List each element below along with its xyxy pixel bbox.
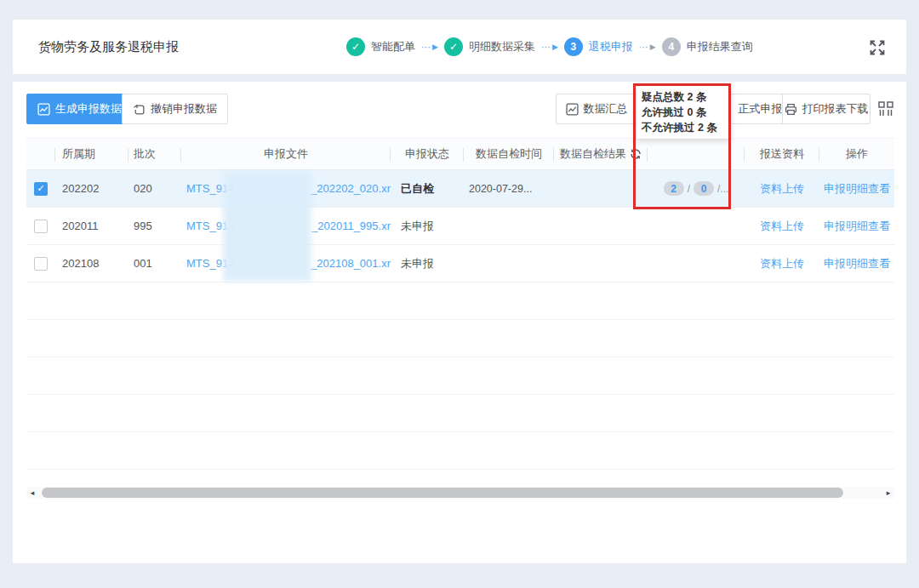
step-result-query: 4 申报结果查询 [662, 37, 753, 56]
upload-materials-link[interactable]: 资料上传 [760, 219, 804, 234]
view-detail-link[interactable]: 申报明细查看 [824, 219, 890, 234]
row-checkbox[interactable]: ✓ [34, 182, 48, 196]
horizontal-scrollbar[interactable]: ◂ ▸ [26, 487, 894, 499]
page-title: 货物劳务及服务退税申报 [38, 20, 179, 74]
cell-check-time [464, 245, 554, 282]
cell-doubt-count [648, 245, 745, 282]
step-connector-icon: ⋯▶ [541, 42, 558, 53]
main-card: 生成申报数据 撤销申报数据 数据汇总 正式申报 打印报表下载 [12, 81, 907, 564]
table-row[interactable]: 202108 001 MTS_914 _202108_001.xr 未申报 资料… [26, 245, 894, 283]
generate-declaration-button[interactable]: 生成申报数据 [26, 94, 133, 124]
header-checkbox-cell [26, 139, 55, 169]
table-row[interactable]: ✓ 202202 020 MTS_914 _202202_020.xr 已自检 … [26, 170, 894, 208]
scroll-right-icon[interactable]: ▸ [882, 487, 894, 499]
header-status: 申报状态 [391, 139, 464, 169]
print-report-button[interactable]: 打印报表下载 [782, 94, 870, 124]
cell-period: 202108 [55, 245, 128, 282]
column-settings-icon[interactable] [877, 100, 894, 117]
cell-period: 202011 [55, 208, 128, 244]
status-badge: 未申报 [401, 219, 434, 234]
cell-check-result [554, 245, 648, 282]
header-check-time: 数据自检时间 [464, 139, 554, 169]
header-card: 货物劳务及服务退税申报 ✓ 智能配单 ⋯▶ ✓ 明细数据采集 ⋯▶ 3 退税申报… [12, 19, 907, 75]
doubt-allowed-line: 允许挑过 0 条 [642, 105, 725, 120]
status-badge: 已自检 [401, 181, 434, 197]
chart-icon [566, 103, 579, 116]
cell-doubt-count: 2 / 0 /... [648, 170, 745, 207]
empty-row [26, 432, 894, 470]
step-number-badge: 3 [564, 37, 583, 56]
view-detail-link[interactable]: 申报明细查看 [824, 256, 890, 271]
undo-icon [133, 103, 146, 116]
header-materials: 报送资料 [745, 139, 819, 169]
step-smart-matching: ✓ 智能配单 [346, 37, 415, 56]
scrollbar-thumb[interactable] [42, 488, 843, 498]
doubt-total-badge[interactable]: 2 [664, 181, 684, 196]
cell-check-result [554, 170, 648, 207]
chart-icon [37, 103, 50, 116]
doubt-total-line: 疑点总数 2 条 [642, 89, 725, 105]
status-badge: 未申报 [401, 256, 434, 271]
cell-check-time [464, 208, 554, 244]
step-connector-icon: ⋯▶ [421, 42, 438, 53]
cell-batch: 001 [128, 245, 181, 282]
file-link[interactable]: _202011_995.xr [311, 220, 391, 232]
doubt-allowed-badge[interactable]: 0 [694, 181, 714, 196]
upload-materials-link[interactable]: 资料上传 [760, 256, 804, 271]
step-detail-collection: ✓ 明细数据采集 [444, 37, 535, 56]
step-tax-refund-declare: 3 退税申报 [564, 37, 633, 56]
upload-materials-link[interactable]: 资料上传 [760, 181, 804, 197]
view-detail-link[interactable]: 申报明细查看 [824, 181, 890, 197]
step-number-badge: 4 [662, 37, 681, 56]
header-batch: 批次 [128, 139, 181, 169]
empty-row [26, 283, 894, 320]
revoke-declaration-button[interactable]: 撤销申报数据 [122, 94, 228, 124]
header-doubt-count [648, 139, 745, 169]
header-check-result: 数据自检结果 [554, 139, 648, 169]
cell-doubt-count [648, 208, 745, 244]
empty-row [26, 395, 894, 432]
step-indicator: ✓ 智能配单 ⋯▶ ✓ 明细数据采集 ⋯▶ 3 退税申报 ⋯▶ 4 申报结果查询 [346, 20, 753, 74]
header-period: 所属期 [55, 139, 128, 169]
header-actions: 操作 [819, 139, 894, 169]
empty-row [26, 320, 894, 357]
table-row[interactable]: 202011 995 MTS_914 _202011_995.xr 未申报 资料… [26, 208, 894, 245]
scroll-left-icon[interactable]: ◂ [26, 487, 38, 499]
row-checkbox[interactable] [34, 257, 48, 271]
row-checkbox[interactable] [34, 220, 48, 233]
file-link[interactable]: _202202_020.xr [311, 182, 391, 195]
toolbar: 生成申报数据 撤销申报数据 数据汇总 正式申报 打印报表下载 [26, 94, 894, 126]
header-file: 申报文件 [181, 139, 391, 169]
step-done-check-icon: ✓ [444, 37, 463, 56]
cell-check-result [554, 208, 648, 244]
declaration-table: 所属期 批次 申报文件 申报状态 数据自检时间 数据自检结果 报送资料 操作 ✓ [26, 138, 894, 499]
cell-batch: 020 [128, 170, 181, 207]
empty-row [26, 470, 894, 487]
cell-batch: 995 [128, 208, 181, 244]
printer-icon [785, 103, 797, 116]
fullscreen-expand-icon[interactable] [867, 37, 888, 58]
cell-check-time: 2020-07-29... [464, 170, 554, 207]
doubt-summary-popup: 疑点总数 2 条 允许挑过 0 条 不允许挑过 2 条 [636, 86, 730, 139]
data-summary-button[interactable]: 数据汇总 [556, 94, 637, 124]
cell-period: 202202 [55, 170, 128, 207]
table-header-row: 所属期 批次 申报文件 申报状态 数据自检时间 数据自检结果 报送资料 操作 [26, 138, 894, 170]
step-connector-icon: ⋯▶ [639, 42, 656, 53]
doubt-not-allowed-line: 不允许挑过 2 条 [642, 120, 725, 135]
redaction-blur [223, 173, 311, 282]
file-link[interactable]: _202108_001.xr [311, 257, 391, 270]
step-done-check-icon: ✓ [346, 37, 365, 56]
empty-row [26, 357, 894, 395]
refresh-icon[interactable] [630, 148, 642, 160]
